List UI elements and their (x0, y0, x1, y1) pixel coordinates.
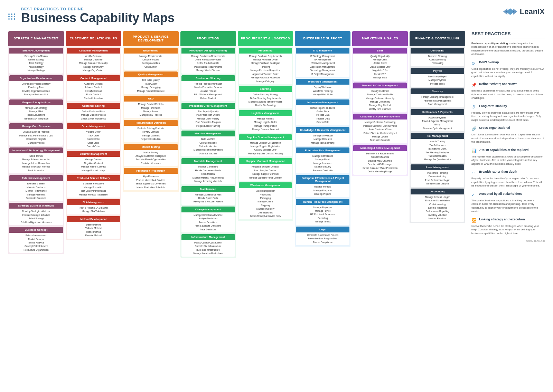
group-asset-management: Asset ManagementInvestment PlanningDecom… (411, 164, 464, 187)
cap-item: Deliver Product (183, 97, 234, 100)
col-product: PRODUCT & SERVICE DEVELOPMENTEngineering… (123, 31, 179, 258)
bp-item-text: Properly defined business capabilities a… (471, 111, 545, 122)
cap-item: Trace Deviations (183, 228, 234, 231)
bp-item-header: 📊7 to 10 capabilities at the top level (471, 148, 545, 154)
cap-item: Create Specific Offer (355, 65, 405, 69)
group-header: Demand & Offer Management (353, 83, 407, 88)
cap-item: Manage Product Document (125, 89, 176, 93)
group-header: Controlling (411, 48, 464, 54)
cap-item: Manage Debugging (125, 86, 176, 89)
group-items: Coordinate Process StrategyPlan Long Ter… (9, 81, 63, 98)
breadth-icon: ↔ (471, 170, 477, 176)
cap-item: Manage Work Order (297, 93, 348, 96)
group-items: Manage ReturnsManage Logistic OrderManag… (239, 116, 292, 133)
bp-item-text: The highest level capabilities should be… (471, 155, 545, 166)
columns-area: STRATEGIC MANAGEMENTStrategy Development… (8, 31, 465, 258)
cap-item: Master Production Schedule (125, 186, 176, 189)
group-header: Purchasing (239, 48, 292, 54)
cap-item: Manage M&A Integration (11, 117, 62, 121)
cap-item: Recognize & Recover Failure (183, 200, 234, 203)
cap-item: IT Project Management (297, 73, 348, 76)
cap-item: Manage Inventory (240, 207, 291, 211)
cap-item: Manage Innovation Process (11, 165, 62, 169)
cap-item: Bill of Material Management (183, 93, 234, 96)
cap-item: Negotiate Contract (68, 162, 119, 165)
bp-item-linking: 🔀Linking strategy and executionInvolve t… (471, 218, 545, 236)
cap-item: Workforce Planning (297, 89, 348, 93)
group-header: Settlements & Payments (411, 109, 464, 115)
cross-org-icon: 🔗 (471, 126, 477, 132)
cap-item: Cash Management (412, 103, 463, 106)
group-organization-development: Organization DevelopmentCoordinate Proce… (9, 75, 63, 98)
cap-item: Deploy Workforce (297, 86, 348, 89)
cap-item: Manage M&A (11, 110, 62, 113)
group-items: Deploy WorkforceWorkforce PlanningManage… (296, 85, 349, 97)
cap-item: Manage Supplier Contract Routing (240, 152, 291, 155)
cap-item: Manage Employee (297, 206, 348, 209)
cap-item: Manage R&D Process (125, 113, 176, 117)
group-method-development: Method DevelopmentDefine MethodValidate … (67, 216, 120, 239)
cap-item: Illustrate Data (297, 117, 348, 121)
group-customer-management: Customer ManagementIdentify CustomerMana… (67, 48, 120, 74)
cap-item: Plan Material Requirements (183, 65, 234, 69)
group-production-order-management: Production Order ManagementPlan Supply Q… (181, 103, 235, 129)
cap-item: Performance Reporting (412, 210, 463, 213)
cap-item: Manage Claims (240, 200, 291, 203)
cap-item: Track Strategy (11, 61, 62, 65)
cap-item: Manage Category (240, 80, 291, 83)
cap-item: Handle Spare Parts (183, 197, 234, 200)
cap-item: Manage Supplier Frame Contract (240, 176, 291, 180)
cap-item: Technology Management (297, 69, 348, 72)
group-production-preparation: Production PreparationAlign ResourcesPro… (124, 168, 178, 190)
cap-item: Plan Supply Quantity (183, 110, 234, 113)
bp-item-header: ⏱Long-term stability (471, 104, 545, 110)
group-strategic-business-initiatives: Strategic Business InitiativesDevelop St… (9, 203, 63, 225)
group-quality-management: Quality ManagementTest Initial QualityTr… (124, 71, 178, 94)
group-supplier-content-management: Supplier Content ManagementManage Suppli… (239, 134, 292, 157)
cap-item: Recruiting (297, 217, 348, 220)
cap-item: Calibrate Machine (183, 145, 234, 148)
cap-item: Manage SLA Violations (68, 210, 119, 213)
group-mergers-&-acquisitions: Mergers & AcquisitionsManage M&A Strateg… (9, 99, 63, 122)
cap-item: Negotiate Offer (355, 69, 405, 72)
cap-item: Manage Purchase Catalogue (240, 61, 291, 65)
group-items: Time Stamp ReportManage PaymentProcess T… (411, 74, 464, 87)
group-engineering: EngineeringManage RequirementsDesign Pro… (124, 48, 178, 70)
cap-item: Cost Accounting (412, 203, 463, 206)
cap-item: Create ERP (355, 73, 405, 76)
group-header: Asset Management (411, 164, 464, 170)
cap-item: Develop Vision/Mission (11, 55, 62, 58)
cap-item: Define Sourcing Requirements (240, 97, 291, 100)
col-production-header: PRODUCTION (180, 31, 236, 46)
cap-item: Terminate Contracts (11, 197, 62, 200)
group-payroll: PayrollTime Stamp ReportManage PaymentPr… (411, 68, 464, 87)
group-supplier-contract-management: Supplier Contract ManagementNegotiate Su… (239, 158, 292, 181)
cap-item: Define Reports and KPIs (297, 106, 348, 110)
cap-item: Manage Knowledge (297, 134, 348, 137)
group-items: Account PayablesTravel & Expense Managem… (411, 115, 464, 132)
group-items: Plan Supply QuantityPlan Production Orde… (181, 109, 235, 129)
group-business-concept: Business ConceptExternal AssessmentMarke… (9, 227, 63, 253)
group-human-resources-management: Human Resources ManagementManage Employe… (296, 199, 349, 225)
cap-item: Manage Trials (355, 76, 405, 79)
col-customer-body: Customer ManagementIdentify CustomerMana… (66, 46, 121, 240)
cap-item: Operate Site Infrastructure (183, 245, 234, 248)
cap-item: Manage Community (355, 100, 405, 104)
check-icon: ✓ (471, 192, 477, 198)
main-layout: STRATEGIC MANAGEMENTStrategy Development… (8, 31, 545, 258)
cap-item: Manage Programs (297, 189, 348, 192)
cap-item: Conceptualisation (125, 61, 176, 65)
group-header: Requirements Definition (124, 120, 178, 126)
group-header: Externals Management (9, 175, 63, 181)
cap-item: Manage Customer Risks (68, 113, 119, 117)
group-header: Treasury (411, 88, 464, 94)
group-change-management: Change ManagementManage Deviation Allowa… (181, 207, 235, 232)
cap-item: External Reporting (412, 206, 463, 210)
group-header: Contract Management (67, 151, 120, 157)
cap-item: Manage Product Traceability (68, 193, 119, 197)
group-settlements-&-payments: Settlements & PaymentsAccount PayablesTr… (411, 109, 464, 132)
dots-decoration (8, 13, 16, 20)
leanix-url: www.leanix.net (471, 239, 545, 242)
group-items: Qualify OpportunityManage ClientAdvise C… (353, 54, 407, 81)
group-items: Foreign Exchange ManagementFinancial Ris… (411, 94, 464, 107)
